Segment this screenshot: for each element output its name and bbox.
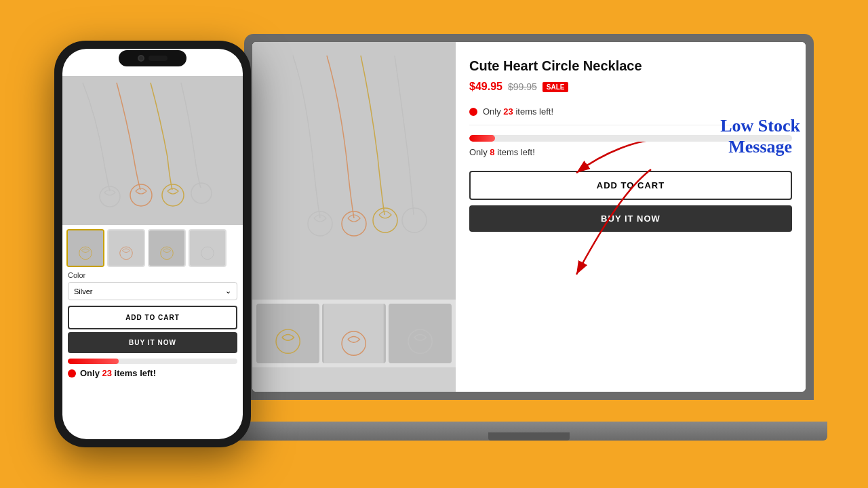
phone-color-value: Silver <box>74 287 93 296</box>
svg-rect-11 <box>390 304 450 363</box>
phone-thumb-4[interactable] <box>189 229 226 267</box>
phone-product-image <box>62 76 243 225</box>
product-title: Cute Heart Circle Necklace <box>469 58 792 74</box>
phone-stock-text: Only 23 items left! <box>80 368 156 378</box>
svg-rect-20 <box>108 230 144 266</box>
stock-bar-fill <box>469 135 495 142</box>
phone-thumb-2[interactable] <box>107 229 145 267</box>
laptop-gallery <box>252 42 456 392</box>
price-row: $49.95 $99.95 SALE <box>469 81 792 93</box>
stock-text-1: Only 23 items left! <box>483 106 553 117</box>
phone-add-to-cart-button[interactable]: ADD TO CART <box>68 306 237 329</box>
notch-pill <box>149 56 167 61</box>
stock-dot <box>469 108 477 116</box>
laptop-thumb-2[interactable] <box>322 304 385 363</box>
phone-stock-row: Only 23 items left! <box>62 365 243 384</box>
divider <box>469 125 744 125</box>
phone-color-select[interactable]: Silver ⌄ <box>68 282 237 300</box>
svg-rect-7 <box>258 304 318 363</box>
original-price: $99.95 <box>508 81 537 92</box>
laptop-product-layout: Cute Heart Circle Necklace $49.95 $99.95… <box>252 42 806 392</box>
phone-buy-now-button[interactable]: BUY IT NOW <box>68 332 237 353</box>
buy-it-now-button[interactable]: BUY IT NOW <box>469 205 792 232</box>
phone-stock-count: 23 <box>102 368 112 378</box>
laptop-screen: Cute Heart Circle Necklace $49.95 $99.95… <box>252 42 806 392</box>
svg-rect-9 <box>324 304 384 363</box>
add-to-cart-button[interactable]: ADD TO CART <box>469 171 792 200</box>
phone-stock-dot <box>68 369 76 378</box>
laptop-body: Cute Heart Circle Necklace $49.95 $99.95… <box>244 34 814 400</box>
annotation-line2: Message <box>728 137 792 157</box>
scene: Cute Heart Circle Necklace $49.95 $99.95… <box>27 20 841 468</box>
phone-notch <box>119 50 186 66</box>
chevron-down-icon: ⌄ <box>225 287 231 296</box>
laptop-thumb-1[interactable] <box>256 304 319 363</box>
phone-screen: Color Silver ⌄ ADD TO CART BUY IT NOW <box>62 49 243 439</box>
annotation-line1: Low Stock <box>720 116 800 136</box>
svg-rect-22 <box>149 230 184 266</box>
svg-rect-18 <box>68 230 103 266</box>
laptop-base <box>231 422 827 441</box>
laptop: Cute Heart Circle Necklace $49.95 $99.95… <box>244 34 827 441</box>
stock-count-2: 8 <box>490 147 494 157</box>
phone: Color Silver ⌄ ADD TO CART BUY IT NOW <box>54 41 251 447</box>
sale-badge: SALE <box>542 82 569 92</box>
phone-stock-fill <box>68 359 119 364</box>
phone-thumb-3[interactable] <box>148 229 186 267</box>
svg-rect-13 <box>62 76 243 225</box>
phone-content: Color Silver ⌄ ADD TO CART BUY IT NOW <box>62 49 243 439</box>
laptop-thumb-3[interactable] <box>389 304 452 363</box>
stock-count-1: 23 <box>503 106 513 117</box>
svg-rect-2 <box>252 42 456 300</box>
product-main-image-svg <box>252 42 456 300</box>
notch-camera <box>138 55 144 62</box>
svg-rect-24 <box>190 230 225 266</box>
laptop-product-info: Cute Heart Circle Necklace $49.95 $99.95… <box>456 42 806 392</box>
phone-thumb-1[interactable] <box>66 229 104 267</box>
phone-stock-bar <box>68 359 237 364</box>
laptop-thumbnails <box>252 300 456 367</box>
laptop-main-image <box>252 42 456 300</box>
phone-color-label: Color <box>62 271 243 279</box>
sale-price: $49.95 <box>469 81 502 93</box>
phone-main-image <box>62 76 243 225</box>
phone-thumbnails <box>62 225 243 271</box>
annotation-low-stock: Low Stock Message <box>720 115 800 157</box>
